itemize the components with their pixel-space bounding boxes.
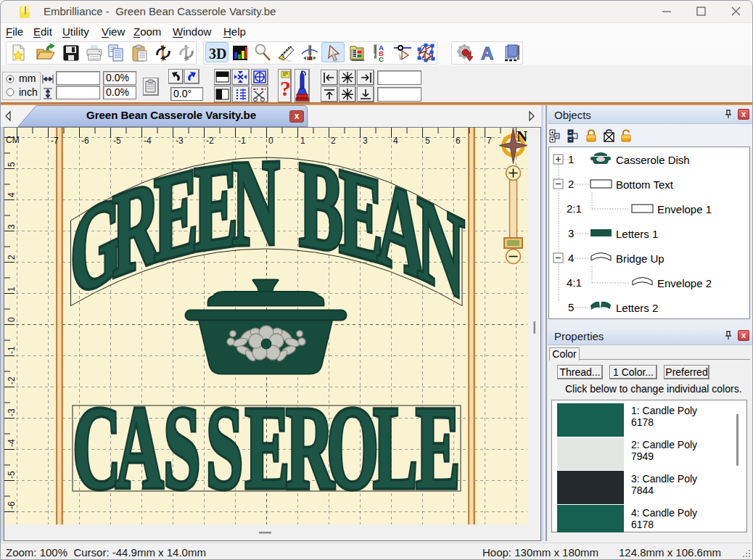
- svg-text:Envelope 2: Envelope 2: [657, 277, 712, 289]
- svg-text:Envelope 1: Envelope 1: [657, 203, 712, 215]
- svg-text:-6: -6: [7, 501, 17, 509]
- svg-text:6: 6: [456, 136, 461, 146]
- svg-text:5: 5: [568, 301, 574, 313]
- svg-text:-4: -4: [7, 439, 17, 447]
- svg-text:2: 2: [7, 255, 17, 260]
- svg-text:4: Candle Poly: 4: Candle Poly: [631, 507, 697, 519]
- svg-text:A: A: [115, 382, 163, 514]
- svg-text:7844: 7844: [631, 485, 654, 496]
- svg-text:?: ?: [280, 76, 291, 100]
- svg-text:-7: -7: [51, 136, 59, 146]
- svg-text:-4: -4: [144, 136, 152, 146]
- svg-text:B: B: [299, 136, 343, 278]
- svg-text:CM: CM: [6, 135, 20, 145]
- svg-text:2: 2: [568, 178, 574, 190]
- svg-text:-5: -5: [113, 136, 121, 146]
- svg-text:-3: -3: [176, 136, 184, 146]
- svg-text:5: 5: [425, 136, 430, 146]
- svg-text:-5: -5: [7, 471, 17, 479]
- svg-text:4:1: 4:1: [567, 276, 582, 289]
- svg-text:3: Candle Poly: 3: Candle Poly: [631, 473, 697, 485]
- svg-text:-1: -1: [7, 346, 17, 354]
- svg-text:1: Candle Poly: 1: Candle Poly: [631, 405, 697, 416]
- svg-text:Casserole Dish: Casserole Dish: [616, 154, 690, 166]
- svg-text:C: C: [73, 382, 120, 514]
- svg-text:6178: 6178: [631, 416, 654, 428]
- svg-text:4: 4: [7, 192, 17, 197]
- svg-text:2: Candle Poly: 2: Candle Poly: [631, 439, 697, 450]
- svg-text:C: C: [379, 55, 384, 62]
- svg-text:2:1: 2:1: [567, 202, 582, 215]
- svg-text:0: 0: [7, 317, 17, 322]
- svg-text:Bridge Up: Bridge Up: [616, 252, 664, 265]
- svg-text:6178: 6178: [631, 519, 654, 530]
- svg-text:E: E: [245, 382, 289, 514]
- svg-text:Bottom Text: Bottom Text: [616, 178, 674, 191]
- svg-text:L: L: [373, 382, 417, 514]
- svg-text:3: 3: [568, 227, 574, 239]
- svg-text:Letters 2: Letters 2: [616, 302, 658, 314]
- svg-text:7949: 7949: [631, 450, 654, 462]
- svg-text:3: 3: [363, 136, 368, 146]
- svg-text:E: E: [154, 141, 198, 287]
- svg-text:3D: 3D: [209, 46, 226, 62]
- svg-text:-2: -2: [7, 376, 17, 384]
- svg-text:4: 4: [393, 136, 398, 146]
- svg-text:1: 1: [7, 287, 17, 292]
- svg-text:A: A: [481, 44, 493, 62]
- svg-text:7: 7: [487, 136, 492, 146]
- svg-text:3: 3: [7, 224, 17, 229]
- svg-text:-3: -3: [7, 408, 17, 416]
- svg-text:E: E: [416, 382, 460, 514]
- svg-text:-6: -6: [81, 136, 89, 146]
- svg-text:N: N: [417, 170, 465, 325]
- svg-text:N: N: [232, 133, 280, 271]
- svg-text:S: S: [163, 382, 200, 514]
- svg-text:S: S: [206, 382, 243, 514]
- svg-text:O: O: [326, 382, 379, 514]
- svg-text:4: 4: [568, 252, 574, 264]
- svg-text:N: N: [517, 128, 527, 145]
- svg-text:5: 5: [7, 162, 17, 167]
- svg-text:Letters 1: Letters 1: [616, 228, 658, 240]
